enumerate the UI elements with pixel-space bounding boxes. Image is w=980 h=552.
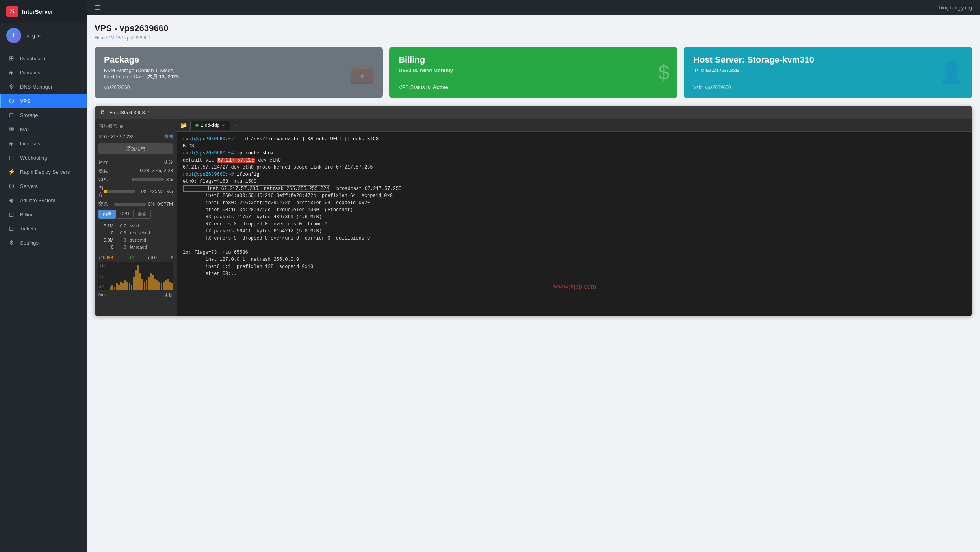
cpu-bar-bg [132,178,164,181]
chart-bar [146,280,147,290]
chart-bar [111,285,113,290]
sidebar-item-billing[interactable]: ◻ Billing [0,207,87,221]
webhosting-icon: ◻ [7,154,15,161]
term-line: 67.217.57.224/27 dev eth0 proto kernel s… [183,164,967,171]
host-card-vzid: Vzid: vps2639660 [693,85,963,90]
proc-row: 00.3rcu_sched [99,230,172,236]
chart-bar [167,279,169,290]
breadcrumb-id: vps2639660 [124,35,150,41]
sidebar-item-vps[interactable]: ⬡ VPS [0,94,87,108]
term-line: lo: flags=73 mtu 65536 [183,249,967,256]
sidebar-item-settings[interactable]: ⚙ Settings [0,236,87,250]
term-line: default via 67.217.57.225 dev eth0 [183,157,967,164]
sidebar-item-rapideploy[interactable]: ⚡ Rapid Deploy Servers [0,165,87,179]
term-line: root@vps2639660:~# ip route show [183,150,967,157]
hamburger-icon[interactable]: ☰ [95,3,101,12]
sidebar-item-dns[interactable]: ⚙ DNS Manager [0,80,87,94]
chart-bar [126,282,128,290]
chart-bar [148,277,149,290]
chart-bar [152,275,154,290]
chart-bar [139,273,141,290]
term-line: eth0: flags=4163 mtu 1500 [183,178,967,185]
package-card-id: vps2639660 [104,85,373,90]
mail-icon: ✉ [7,126,15,133]
content: VPS - vps2639660 Home / VPS / vps2639660… [87,15,980,552]
term-line: ether 00:... [183,270,967,277]
net-iface: eth0 [148,255,156,260]
sidebar-item-domains[interactable]: ◈ Domains [0,65,87,80]
package-card: Package KVM Storage (Debian 1 Slices) Ne… [95,47,383,98]
app-name: InterServer [22,8,53,15]
logo-icon: S [6,6,18,17]
sidebar-item-mail[interactable]: ✉ Mail [0,122,87,136]
sidebar-item-affiliate[interactable]: ◈ Affiliate System [0,193,87,207]
tab-cpu[interactable]: CPU [116,210,134,219]
sidebar-item-tickets[interactable]: ◻ Tickets [0,221,87,236]
fs-sync-status: 同步状态 [98,123,173,130]
sidebar-item-storage[interactable]: ◻ Storage [0,108,87,122]
chart-bar [135,270,137,290]
folder-icon[interactable]: 📂 [180,122,187,128]
breadcrumb-home[interactable]: Home [95,35,107,41]
proc-row: 9.9M0systemd [99,237,172,243]
terminal-tab-1[interactable]: 1 dd-ddp ✕ [190,121,230,130]
sidebar-label-vps: VPS [20,98,30,104]
tab-label: 1 dd-ddp [201,123,219,128]
fs-sysinfo-button[interactable]: 系统信息 [98,143,173,154]
tab-add-icon[interactable]: + [232,122,240,129]
chart-bar [120,282,122,290]
mem-bar-fill [104,190,108,193]
sidebar-label-storage: Storage [20,112,38,118]
sidebar-user: T tang lu [0,23,87,48]
tab-cmd[interactable]: 命令 [134,210,151,219]
term-line: BIOS [183,143,967,150]
package-icon: 💼 [349,61,375,85]
fs-load: 负载 0.28, 3.46, 2.28 [98,168,173,175]
main-area: ☰ blog.tangly.mg VPS - vps2639660 Home /… [87,0,980,552]
chart-bar [124,280,126,290]
breadcrumb-vps[interactable]: VPS [111,35,121,41]
term-line-boxed: inet 67.217.57.235 netmask 255.255.255.2… [183,185,967,192]
billing-icon: $ [658,61,670,84]
chart-bar [156,280,158,290]
sidebar-label-billing: Billing [20,212,34,217]
term-line [183,242,967,249]
chart-bar [144,282,145,290]
topbar-brand: blog.tangly.mg [939,5,972,11]
package-card-invoice: Next Invoice Date: 六月 13, 2023 [104,73,373,80]
sidebar-item-webhosting[interactable]: ◻ Webhosting [0,151,87,165]
terminal-output[interactable]: root@vps2639660:~# [ -d /sys/firmware/ef… [177,132,972,316]
sidebar-item-licenses[interactable]: ◈ Licenses [0,136,87,151]
chart-bar [141,279,143,290]
net-upload: ↑1008B [98,255,113,260]
billing-card-amount: US$3.00 billed Monthly [399,67,668,73]
term-line: ether 00:16:3e:28:47:2c txqueuelen 1000 … [183,206,967,214]
sidebar-item-servers[interactable]: ⬡ Servers [0,179,87,193]
package-card-subtitle: KVM Storage (Debian 1 Slices) [104,67,373,73]
topbar: ☰ blog.tangly.mg [87,0,980,15]
dns-icon: ⚙ [7,83,15,90]
billing-card-status: VPS Status is: Active [399,84,668,90]
chart-bar [129,283,130,290]
tab-close-icon[interactable]: ✕ [222,123,225,128]
sidebar: S InterServer T tang lu ⊞ Dashboard◈ Dom… [0,0,87,552]
sidebar-label-mail: Mail [20,126,30,132]
package-card-title: Package [104,55,373,65]
proc-row: 9.1M0.7sshd [99,223,172,229]
term-line: RX errors 0 dropped 0 overruns 0 frame 0 [183,221,967,228]
fs-copy-btn[interactable]: 複制 [164,134,173,139]
sidebar-item-dashboard[interactable]: ⊞ Dashboard [0,51,87,65]
affiliate-icon: ◈ [7,197,15,204]
watermark: www.yjcp.com [183,281,967,292]
fs-proc-tabs: 内存 CPU 命令 [98,210,173,219]
sync-dot [120,125,123,128]
term-line: inet6 fe80::216:3eff:fe28:472c prefixlen… [183,199,967,206]
chart-bar [131,285,132,290]
tickets-icon: ◻ [7,225,15,232]
chart-bar [154,279,156,290]
tab-mem[interactable]: 内存 [98,210,116,219]
billing-card: Billing US$3.00 billed Monthly VPS Statu… [389,47,677,98]
net-dropdown-icon[interactable]: ▾ [171,255,173,260]
term-line: root@vps2639660:~# [ -d /sys/firmware/ef… [183,136,967,143]
billing-icon: ◻ [7,211,15,218]
